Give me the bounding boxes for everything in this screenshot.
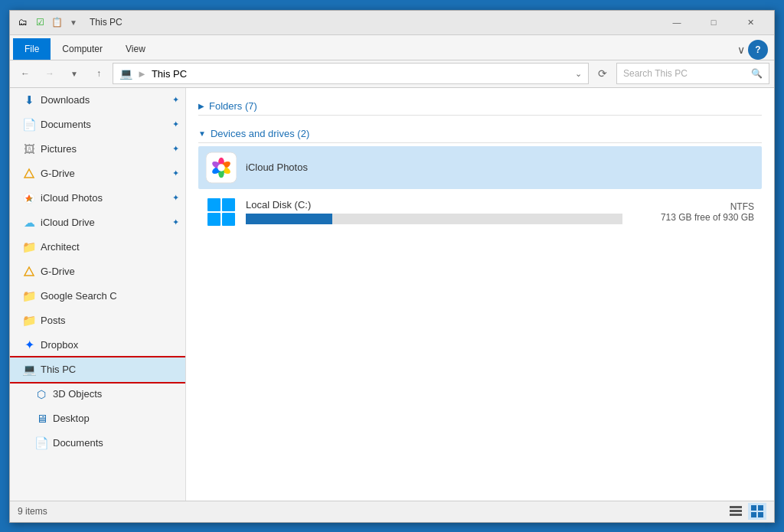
sidebar-item-desktop[interactable]: 🖥 Desktop bbox=[10, 406, 185, 431]
icloud-photos-small-icon bbox=[22, 191, 36, 205]
thispc-icon: 💻 bbox=[22, 363, 36, 377]
back-button[interactable]: ← bbox=[15, 63, 36, 84]
svg-point-10 bbox=[217, 164, 225, 171]
sidebar-item-label: Documents bbox=[53, 437, 103, 449]
svg-rect-11 bbox=[730, 506, 742, 508]
search-box[interactable]: Search This PC 🔍 bbox=[616, 63, 769, 84]
sidebar-item-3dobjects[interactable]: ⬡ 3D Objects bbox=[10, 382, 185, 406]
list-view-button[interactable] bbox=[727, 503, 745, 520]
folder-icon-sm: 🗂 bbox=[16, 15, 30, 29]
gdrive2-icon bbox=[22, 265, 36, 279]
address-path[interactable]: 💻 ► This PC ⌄ bbox=[113, 63, 589, 84]
desktop-icon: 🖥 bbox=[34, 412, 48, 426]
pin-icon: ✦ bbox=[172, 144, 179, 154]
posts-folder-icon: 📁 bbox=[22, 314, 36, 328]
drives-section-label: Devices and drives (2) bbox=[211, 128, 309, 139]
sidebar-item-gdrive[interactable]: G-Drive ✦ bbox=[10, 162, 185, 186]
path-separator: ► bbox=[137, 68, 147, 80]
sidebar-item-downloads[interactable]: ⬇ Downloads ✦ bbox=[10, 88, 185, 113]
local-disk-meta: NTFS 713 GB free of 930 GB bbox=[632, 201, 754, 223]
forward-button[interactable]: → bbox=[39, 63, 60, 84]
sidebar-item-thispc[interactable]: 💻 This PC bbox=[10, 357, 185, 382]
local-disk-info: Local Disk (C:) bbox=[246, 199, 622, 224]
close-button[interactable]: ✕ bbox=[733, 11, 768, 33]
drives-grid: iCloud Photos Local Disk (C:) bbox=[198, 146, 762, 233]
title-bar-controls: — □ ✕ bbox=[659, 11, 768, 33]
drives-chevron: ▼ bbox=[198, 129, 206, 138]
status-bar: 9 items bbox=[10, 501, 774, 522]
refresh-button[interactable]: ⟳ bbox=[592, 63, 613, 84]
sidebar-item-icloud-drive[interactable]: ☁ iCloud Drive ✦ bbox=[10, 211, 185, 235]
svg-rect-12 bbox=[730, 510, 742, 512]
search-icon: 🔍 bbox=[751, 68, 763, 79]
folders-section-header[interactable]: ▶ Folders (7) bbox=[198, 94, 762, 116]
svg-rect-16 bbox=[751, 512, 756, 517]
pin-icon: ✦ bbox=[172, 168, 179, 178]
icloud-photos-drive-icon bbox=[206, 152, 237, 183]
sidebar-item-label: Pictures bbox=[41, 143, 77, 155]
pin-icon: ✦ bbox=[172, 217, 179, 227]
pin-icon: ✦ bbox=[172, 95, 179, 105]
downloads-icon: ⬇ bbox=[22, 93, 36, 107]
icloud-drive-icon: ☁ bbox=[22, 216, 36, 230]
drives-section-header[interactable]: ▼ Devices and drives (2) bbox=[198, 122, 762, 143]
grid-view-button[interactable] bbox=[748, 503, 766, 520]
dropdown-arrow-icon[interactable]: ▼ bbox=[67, 15, 80, 29]
icloud-photos-info: iCloud Photos bbox=[246, 162, 754, 173]
tab-computer[interactable]: Computer bbox=[51, 38, 114, 60]
drive-item-icloud-photos[interactable]: iCloud Photos bbox=[198, 146, 762, 189]
icloud-photos-name: iCloud Photos bbox=[246, 162, 754, 173]
svg-marker-0 bbox=[24, 169, 34, 178]
3dobjects-icon: ⬡ bbox=[34, 387, 48, 401]
sidebar-item-label: Posts bbox=[41, 315, 66, 326]
sidebar-item-google-search[interactable]: 📁 Google Search C bbox=[10, 284, 185, 308]
disk-usage-bar bbox=[246, 214, 622, 224]
tab-file[interactable]: File bbox=[13, 38, 51, 60]
gdrive-icon bbox=[22, 167, 36, 181]
recent-locations-button[interactable]: ▼ bbox=[64, 63, 85, 84]
minimize-button[interactable]: — bbox=[659, 11, 694, 33]
dropbox-icon: ✦ bbox=[22, 338, 36, 352]
sidebar-item-posts[interactable]: 📁 Posts bbox=[10, 308, 185, 333]
help-button[interactable]: ? bbox=[748, 40, 768, 60]
sidebar-item-dropbox[interactable]: ✦ Dropbox bbox=[10, 333, 185, 357]
sidebar-item-label: Downloads bbox=[41, 94, 90, 106]
ribbon-tabs: File Computer View ∨ ? bbox=[10, 35, 774, 60]
maximize-button[interactable]: □ bbox=[696, 11, 731, 33]
checkbox-icon: ☑ bbox=[33, 15, 47, 29]
sidebar-item-label: Google Search C bbox=[41, 290, 117, 302]
window-title: This PC bbox=[90, 17, 659, 28]
tab-view[interactable]: View bbox=[114, 38, 157, 60]
view-controls bbox=[727, 503, 766, 520]
filesystem-label: NTFS bbox=[632, 201, 754, 212]
google-search-folder-icon: 📁 bbox=[22, 289, 36, 303]
svg-rect-13 bbox=[730, 514, 742, 516]
sidebar-item-documents[interactable]: 📄 Documents ✦ bbox=[10, 113, 185, 137]
architect-folder-icon: 📁 bbox=[22, 240, 36, 254]
sidebar-item-label: iCloud Photos bbox=[41, 192, 103, 204]
disk-usage-fill bbox=[246, 214, 332, 224]
sidebar-item-gdrive2[interactable]: G-Drive bbox=[10, 259, 185, 284]
sidebar-item-icloud-photos[interactable]: iCloud Photos ✦ bbox=[10, 186, 185, 211]
sidebar: ⬇ Downloads ✦ 📄 Documents ✦ 🖼 Pictures ✦ bbox=[10, 88, 186, 501]
path-dropdown-icon[interactable]: ⌄ bbox=[575, 69, 582, 79]
documents2-icon: 📄 bbox=[34, 436, 48, 450]
sidebar-item-label: iCloud Drive bbox=[41, 217, 95, 228]
svg-rect-17 bbox=[758, 512, 763, 517]
ribbon-chevron[interactable]: ∨ bbox=[737, 44, 745, 56]
sidebar-item-label: G-Drive bbox=[41, 168, 75, 179]
sidebar-item-pictures[interactable]: 🖼 Pictures ✦ bbox=[10, 137, 185, 162]
title-bar: 🗂 ☑ 📋 ▼ This PC — □ ✕ bbox=[10, 11, 774, 35]
sidebar-item-label: Desktop bbox=[53, 413, 90, 424]
local-disk-name: Local Disk (C:) bbox=[246, 199, 622, 211]
drive-item-local-disk[interactable]: Local Disk (C:) NTFS 713 GB free of 930 … bbox=[198, 191, 762, 233]
sidebar-item-label: G-Drive bbox=[41, 266, 75, 277]
free-space-label: 713 GB free of 930 GB bbox=[632, 212, 754, 223]
svg-rect-15 bbox=[758, 505, 763, 511]
windows-drive-icon bbox=[206, 197, 237, 227]
sidebar-item-documents2[interactable]: 📄 Documents bbox=[10, 431, 185, 455]
title-bar-icons: 🗂 ☑ 📋 ▼ bbox=[16, 15, 80, 29]
ribbon-expand: ∨ ? bbox=[737, 40, 771, 60]
up-button[interactable]: ↑ bbox=[88, 63, 109, 84]
sidebar-item-architect[interactable]: 📁 Architect bbox=[10, 235, 185, 259]
